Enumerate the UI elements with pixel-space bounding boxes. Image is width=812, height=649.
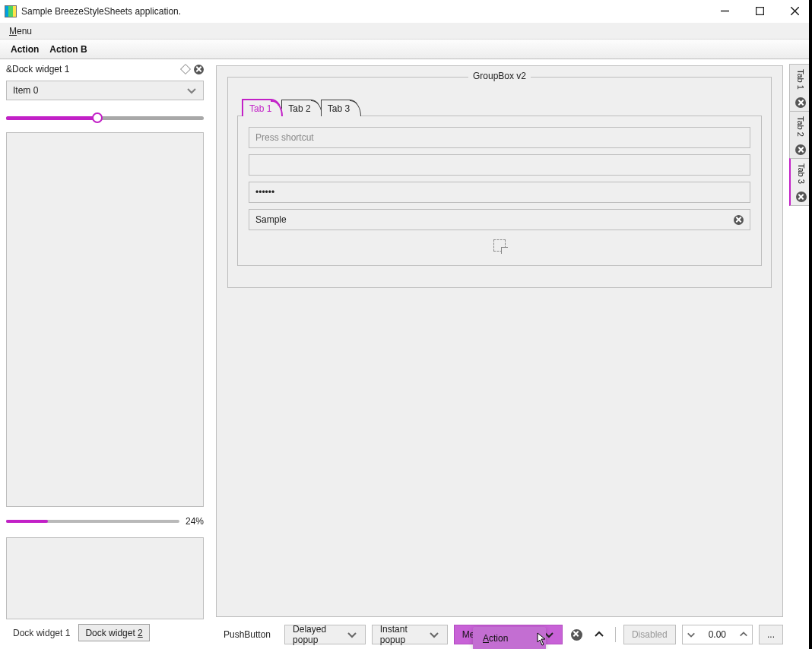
dock-empty-frame	[6, 537, 204, 619]
toolbar-action-b[interactable]: Action B	[49, 44, 87, 55]
close-circle-icon[interactable]	[795, 97, 806, 108]
bottom-tab-dock2[interactable]: Dock widget 2	[78, 624, 149, 641]
password-input[interactable]: ••••••	[249, 182, 750, 203]
svg-rect-0	[756, 8, 763, 15]
window-close-button[interactable]	[777, 0, 812, 23]
chevron-down-icon	[347, 629, 357, 640]
dock-close-icon[interactable]	[194, 65, 204, 74]
groupbox-title: GroupBox v2	[468, 71, 531, 81]
window-titlebar: Sample BreezeStyleSheets application.	[0, 0, 812, 23]
empty-input[interactable]	[249, 154, 750, 176]
dock-widget-1: &Dock widget 1 Item 0 24% Dock wi	[0, 59, 210, 649]
close-circle-icon[interactable]	[796, 192, 807, 202]
popup-item-action[interactable]: Action	[474, 632, 545, 645]
tab-2[interactable]: Tab 2	[281, 100, 322, 116]
main-area: GroupBox v2 Tab 1 Tab 2 Tab 3 Press shor…	[216, 65, 783, 617]
tab-3[interactable]: Tab 3	[321, 100, 361, 116]
dock-progress-label: 24%	[186, 516, 204, 527]
broken-image-icon	[493, 239, 506, 252]
pushbutton[interactable]: PushButton	[216, 625, 278, 644]
sample-input-value: Sample	[255, 214, 287, 225]
toolbar: Action Action B	[0, 40, 812, 59]
disabled-button: Disabled	[623, 625, 676, 644]
tabstrip: Tab 1 Tab 2 Tab 3	[237, 99, 762, 116]
dock-combobox-value: Item 0	[13, 85, 38, 96]
dock-float-icon[interactable]	[180, 64, 191, 74]
instant-popup-button[interactable]: Instant popup	[372, 625, 448, 644]
dock-combobox[interactable]: Item 0	[6, 81, 204, 100]
dock-title: &Dock widget 1	[6, 64, 69, 74]
window-title: Sample BreezeStyleSheets application.	[21, 6, 181, 17]
spin-increment[interactable]	[735, 630, 752, 639]
dock-progressbar	[6, 520, 179, 523]
tab-1-page: Press shortcut •••••• Sample	[237, 116, 762, 266]
spin-decrement[interactable]	[683, 630, 699, 639]
popup-menu[interactable]: Action	[473, 627, 546, 649]
menubar: Menu	[0, 23, 812, 40]
up-tool-button[interactable]	[592, 625, 607, 644]
clear-input-icon[interactable]	[734, 215, 744, 225]
spin-value: 0.00	[699, 629, 735, 640]
window-maximize-button[interactable]	[742, 0, 777, 23]
close-circle-icon[interactable]	[795, 144, 806, 155]
chevron-down-icon	[186, 85, 197, 96]
sample-input[interactable]: Sample	[249, 209, 750, 230]
toolbar-divider	[615, 627, 616, 642]
window-minimize-button[interactable]	[707, 0, 742, 23]
dock-listbox[interactable]	[6, 132, 204, 507]
bottom-tab-dock1[interactable]: Dock widget 1	[6, 624, 77, 641]
delayed-popup-button[interactable]: Delayed popup	[284, 625, 366, 644]
groupbox-v2: GroupBox v2 Tab 1 Tab 2 Tab 3 Press shor…	[227, 77, 772, 288]
toolbar-action[interactable]: Action	[11, 44, 39, 55]
close-circle-icon	[571, 629, 582, 641]
shortcut-input[interactable]: Press shortcut	[249, 127, 750, 148]
menu-menu[interactable]: Menu	[5, 24, 36, 38]
app-icon	[5, 5, 17, 17]
dock-slider[interactable]	[6, 111, 204, 125]
tab-1[interactable]: Tab 1	[242, 99, 283, 116]
spinbox[interactable]: 0.00	[682, 625, 753, 644]
close-tool-button[interactable]	[569, 625, 585, 644]
mouse-cursor-icon	[537, 632, 547, 646]
chevron-down-icon	[429, 629, 439, 640]
slider-thumb[interactable]	[92, 112, 103, 123]
more-button[interactable]: ...	[759, 625, 783, 644]
